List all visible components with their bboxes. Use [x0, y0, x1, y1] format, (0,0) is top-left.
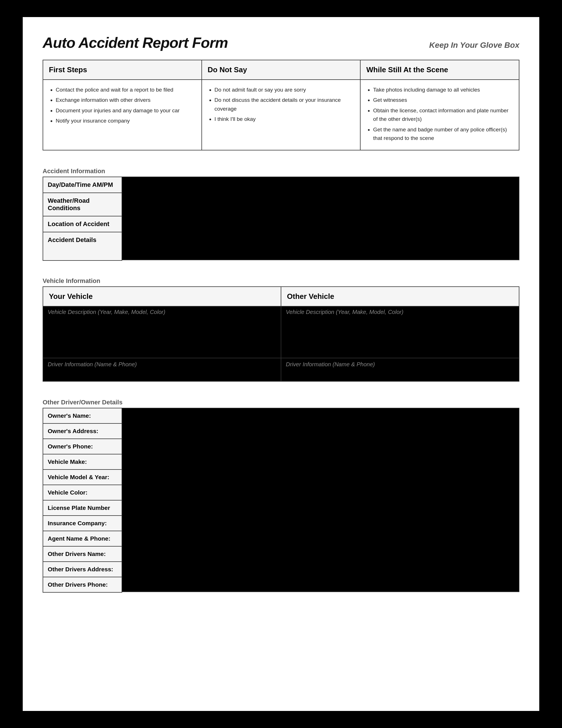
- other-drivers-phone-label: Other Drivers Phone:: [43, 577, 122, 593]
- step-2: Exchange information with other drivers: [56, 96, 195, 104]
- other-drivers-address-input[interactable]: [122, 561, 519, 577]
- license-plate-row: License Plate Number: [43, 500, 519, 515]
- your-driver-info[interactable]: Driver Information (Name & Phone): [43, 358, 281, 381]
- insurance-company-input[interactable]: [122, 515, 519, 531]
- step-4: Notify your insurance company: [56, 117, 195, 125]
- other-drivers-name-row: Other Drivers Name:: [43, 546, 519, 561]
- vehicle-make-label: Vehicle Make:: [43, 454, 122, 470]
- details-input[interactable]: [122, 232, 519, 260]
- location-row: Location of Accident: [43, 216, 519, 232]
- owners-name-input[interactable]: [122, 408, 519, 424]
- other-drivers-phone-input[interactable]: [122, 577, 519, 592]
- other-vehicle-header: Other Vehicle: [281, 287, 519, 306]
- agent-name-row: Agent Name & Phone:: [43, 531, 519, 546]
- dont-3: I think I'll be okay: [215, 115, 354, 123]
- day-date-label: Day/Date/Time AM/PM: [43, 177, 122, 193]
- license-plate-label: License Plate Number: [43, 500, 122, 516]
- your-vehicle-desc-label: Vehicle Description (Year, Make, Model, …: [43, 307, 281, 318]
- scene-4: Get the name and badge number of any pol…: [373, 125, 513, 143]
- vehicle-section-label: Vehicle Information: [43, 277, 519, 285]
- owners-name-row: Owner's Name:: [43, 408, 519, 423]
- other-drivers-name-label: Other Drivers Name:: [43, 546, 122, 562]
- other-vehicle-desc[interactable]: Vehicle Description (Year, Make, Model, …: [281, 307, 519, 358]
- owners-address-row: Owner's Address:: [43, 423, 519, 439]
- do-not-say-content: Do not admit fault or say you are sorry …: [202, 80, 361, 150]
- owner-section-label: Other Driver/Owner Details: [43, 399, 519, 406]
- driver-info-row: Driver Information (Name & Phone) Driver…: [43, 358, 519, 382]
- first-steps-content: Contact the police and wait for a report…: [43, 80, 202, 150]
- vehicle-color-row: Vehicle Color:: [43, 485, 519, 500]
- vehicle-color-input[interactable]: [122, 485, 519, 501]
- weather-label: Weather/Road Conditions: [43, 193, 122, 216]
- agent-name-input[interactable]: [122, 531, 519, 547]
- dont-1: Do not admit fault or say you are sorry: [215, 86, 354, 94]
- weather-row: Weather/Road Conditions: [43, 193, 519, 216]
- owners-name-label: Owner's Name:: [43, 408, 122, 424]
- vehicle-model-row: Vehicle Model & Year:: [43, 469, 519, 485]
- weather-input[interactable]: [122, 193, 519, 216]
- owners-address-label: Owner's Address:: [43, 423, 122, 439]
- subtitle: Keep In Your Glove Box: [429, 41, 519, 50]
- other-vehicle-desc-label: Vehicle Description (Year, Make, Model, …: [281, 307, 519, 318]
- scene-2: Get witnesses: [373, 96, 513, 104]
- col3-header: While Still At the Scene: [360, 60, 519, 80]
- vehicle-model-label: Vehicle Model & Year:: [43, 469, 122, 485]
- owners-phone-row: Owner's Phone:: [43, 439, 519, 454]
- top-table: First Steps Do Not Say While Still At th…: [43, 60, 519, 80]
- location-input[interactable]: [122, 216, 519, 232]
- step-3: Document your injuries and any damage to…: [56, 106, 195, 115]
- insurance-company-row: Insurance Company:: [43, 515, 519, 531]
- other-driver-label: Driver Information (Name & Phone): [286, 361, 514, 368]
- owners-phone-label: Owner's Phone:: [43, 439, 122, 454]
- vehicle-color-label: Vehicle Color:: [43, 485, 122, 501]
- owner-details-section: Owner's Name: Owner's Address: Owner's P…: [43, 408, 519, 592]
- accident-section-label: Accident Information: [43, 167, 519, 175]
- other-drivers-name-input[interactable]: [122, 546, 519, 562]
- your-vehicle-desc[interactable]: Vehicle Description (Year, Make, Model, …: [43, 307, 281, 358]
- details-label: Accident Details: [43, 232, 122, 261]
- scene-1: Take photos including damage to all vehi…: [373, 86, 513, 94]
- other-drivers-phone-row: Other Drivers Phone:: [43, 577, 519, 592]
- col2-header: Do Not Say: [202, 60, 360, 80]
- license-plate-input[interactable]: [122, 500, 519, 516]
- day-date-row: Day/Date/Time AM/PM: [43, 177, 519, 193]
- day-date-input[interactable]: [122, 177, 519, 193]
- vehicle-model-input[interactable]: [122, 469, 519, 485]
- details-row: Accident Details: [43, 232, 519, 260]
- scene-3: Obtain the license, contact information …: [373, 106, 513, 124]
- scene-content: Take photos including damage to all vehi…: [360, 80, 519, 150]
- three-col-content: Contact the police and wait for a report…: [43, 80, 519, 150]
- location-label: Location of Accident: [43, 216, 122, 232]
- other-drivers-address-label: Other Drivers Address:: [43, 561, 122, 577]
- col1-header: First Steps: [43, 60, 202, 80]
- other-drivers-address-row: Other Drivers Address:: [43, 561, 519, 577]
- page-title: Auto Accident Report Form: [43, 34, 228, 51]
- vehicle-make-input[interactable]: [122, 454, 519, 470]
- owners-address-input[interactable]: [122, 423, 519, 439]
- page-header: Auto Accident Report Form Keep In Your G…: [43, 34, 519, 51]
- other-driver-info[interactable]: Driver Information (Name & Phone): [281, 358, 519, 381]
- insurance-company-label: Insurance Company:: [43, 515, 122, 531]
- accident-info-section: Day/Date/Time AM/PM Weather/Road Conditi…: [43, 177, 519, 260]
- your-vehicle-header: Your Vehicle: [43, 287, 281, 306]
- owners-phone-input[interactable]: [122, 439, 519, 454]
- vehicle-header-table: Your Vehicle Other Vehicle: [43, 286, 519, 307]
- step-1: Contact the police and wait for a report…: [56, 86, 195, 94]
- vehicle-desc-row: Vehicle Description (Year, Make, Model, …: [43, 307, 519, 358]
- agent-name-label: Agent Name & Phone:: [43, 531, 122, 547]
- dont-2: Do not discuss the accident details or y…: [215, 96, 354, 113]
- vehicle-make-row: Vehicle Make:: [43, 454, 519, 469]
- your-driver-label: Driver Information (Name & Phone): [48, 361, 276, 368]
